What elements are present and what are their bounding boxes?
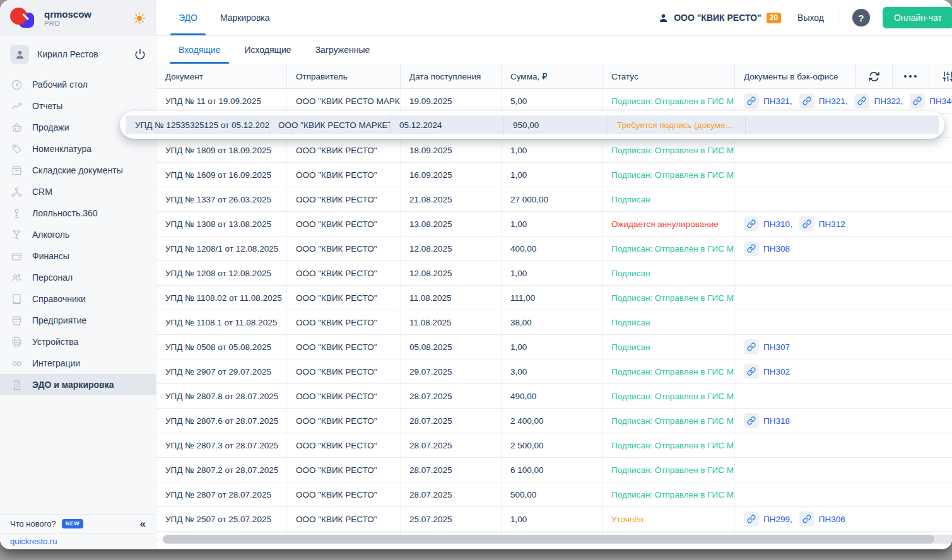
- backoffice-doc-link[interactable]: ПН321,: [799, 93, 848, 108]
- sidebar-item-nomenclature[interactable]: Номенклатура: [0, 138, 156, 160]
- backoffice-doc-link[interactable]: ПН306: [799, 511, 845, 527]
- column-header-document[interactable]: Документ: [156, 64, 287, 88]
- sidebar-item-desktop[interactable]: Рабочий стол: [0, 74, 156, 95]
- dragged-row-date: 05.12.2024: [391, 115, 504, 134]
- collapse-sidebar-icon[interactable]: «: [140, 518, 146, 530]
- cell-backoffice-docs: [735, 384, 952, 408]
- horizontal-scrollbar-thumb[interactable]: [163, 535, 934, 544]
- subtab-outgoing[interactable]: Исходящие: [244, 36, 291, 64]
- sidebar-item-enterprise[interactable]: Предприятие: [0, 310, 156, 331]
- horizontal-scrollbar: [163, 535, 952, 544]
- online-chat-button[interactable]: Онлайн-чат: [883, 7, 952, 28]
- backoffice-doc-link[interactable]: ПН322,: [854, 93, 903, 108]
- backoffice-doc-link[interactable]: ПН318: [744, 413, 790, 428]
- tab-edo[interactable]: ЭДО: [179, 0, 197, 35]
- table-row[interactable]: УПД № 1308 от 13.08.2025 ООО "КВИК РЕСТО…: [156, 212, 952, 236]
- cell-sender: ООО "КВИК РЕСТО": [287, 384, 401, 408]
- table-row[interactable]: УПД № 2807.8 от 28.07.2025 ООО "КВИК РЕС…: [156, 384, 952, 409]
- sidebar-item-warehouse-docs[interactable]: Складские документы: [0, 160, 156, 181]
- help-button[interactable]: ?: [852, 9, 870, 26]
- cell-sum: 400,00: [502, 236, 602, 260]
- tab-marking[interactable]: Маркировка: [220, 0, 270, 35]
- user-row[interactable]: Кирилл Рестов: [0, 41, 156, 67]
- backoffice-doc-link[interactable]: ПН308: [744, 241, 790, 256]
- app-title: qrmoscow: [44, 9, 91, 20]
- sidebar-item-loyalty[interactable]: Лояльность.360: [0, 202, 156, 224]
- column-header-status[interactable]: Статус: [602, 64, 735, 88]
- subtab-uploaded[interactable]: Загруженные: [315, 36, 370, 64]
- table-row[interactable]: УПД № 11 от 19.09.2025 ООО "КВИК РЕСТО М…: [156, 89, 952, 114]
- logout-power-icon[interactable]: [134, 49, 146, 60]
- sidebar-item-crm[interactable]: CRM: [0, 181, 156, 202]
- column-header-sender[interactable]: Отправитель: [287, 64, 401, 88]
- subtab-incoming[interactable]: Входящие: [179, 36, 220, 64]
- sidebar-item-label: Алкоголь: [32, 230, 69, 240]
- sidebar: qrmoscow PRO Кирилл Рестов Рабочий стол: [0, 0, 156, 549]
- whats-new-row[interactable]: Что нового? NEW «: [0, 514, 156, 533]
- backoffice-doc-label: ПН299,: [763, 515, 792, 524]
- cell-date: 11.08.2025: [401, 310, 502, 334]
- sidebar-item-label: Интеграции: [32, 358, 80, 368]
- chain-link-icon: [799, 216, 814, 231]
- table-row[interactable]: УПД № 1108.02 от 11.08.2025 ООО "КВИК РЕ…: [156, 286, 952, 310]
- table-row[interactable]: УПД № 2807.3 от 28.07.2025 ООО "КВИК РЕС…: [156, 433, 952, 458]
- backoffice-doc-link[interactable]: ПН302: [744, 364, 790, 379]
- backoffice-doc-link[interactable]: ПН321,: [744, 93, 792, 108]
- table-row[interactable]: УПД № 1208/1 от 12.08.2025 ООО "КВИК РЕС…: [156, 236, 952, 261]
- refresh-button[interactable]: [856, 64, 893, 88]
- column-header-sum[interactable]: Сумма, ₽: [502, 64, 602, 88]
- chain-link-icon: [799, 93, 814, 108]
- dragged-row-links: [746, 115, 939, 134]
- sidebar-item-edo[interactable]: ЭДО и маркировка: [0, 374, 156, 395]
- table-row[interactable]: УПД № 1809 от 18.09.2025 ООО "КВИК РЕСТО…: [156, 138, 952, 163]
- backoffice-doc-link[interactable]: ПН310,: [744, 216, 792, 231]
- cell-sum: 5,00: [502, 89, 602, 113]
- site-link[interactable]: quickresto.ru: [0, 533, 156, 549]
- cell-backoffice-docs: [735, 138, 952, 162]
- sidebar-item-references[interactable]: Справочники: [0, 288, 156, 310]
- column-settings-button[interactable]: [929, 64, 952, 88]
- backoffice-doc-link[interactable]: ПН299,: [744, 511, 792, 527]
- cell-sender: ООО "КВИК РЕСТО": [287, 482, 401, 506]
- cell-date: 28.07.2025: [401, 482, 502, 506]
- dragged-row-ghost[interactable]: УПД № 12535325125 от 05.12.2024 ООО "КВИ…: [120, 111, 944, 139]
- sidebar-item-staff[interactable]: Персонал: [0, 267, 156, 288]
- account-selector[interactable]: ООО "КВИК РЕСТО" 20: [658, 13, 781, 23]
- table-row[interactable]: УПД № 2807.6 от 28.07.2025 ООО "КВИК РЕС…: [156, 409, 952, 433]
- theme-sun-icon[interactable]: [133, 12, 146, 25]
- table-row[interactable]: УПД № 1609 от 16.09.2025 ООО "КВИК РЕСТО…: [156, 163, 952, 187]
- table-row[interactable]: УПД № 2807.2 от 28.07.2025 ООО "КВИК РЕС…: [156, 458, 952, 482]
- sidebar-item-devices[interactable]: Устройства: [0, 331, 156, 353]
- backoffice-doc-link[interactable]: ПН346,: [910, 93, 952, 108]
- table-row[interactable]: УПД № 2507 от 25.07.2025 ООО "КВИК РЕСТО…: [156, 507, 952, 532]
- table-row[interactable]: УПД № 1337 от 26.03.2025 ООО "КВИК РЕСТО…: [156, 187, 952, 212]
- backoffice-doc-link[interactable]: ПН307: [744, 339, 790, 354]
- cell-sender: ООО "КВИК РЕСТО": [287, 187, 401, 211]
- table-row[interactable]: УПД № 2907 от 29.07.2025 ООО "КВИК РЕСТО…: [156, 359, 952, 384]
- sidebar-item-label: Продажи: [32, 122, 69, 132]
- dragged-row: УПД № 12535325125 от 05.12.2024 ООО "КВИ…: [126, 115, 939, 134]
- cell-sender: ООО "КВИК РЕСТО": [287, 335, 401, 359]
- cell-sender: ООО "КВИК РЕСТО": [287, 261, 401, 285]
- cell-status: Ожидается аннулирование: [602, 212, 735, 236]
- table-row[interactable]: УПД № 0508 от 05.08.2025 ООО "КВИК РЕСТО…: [156, 335, 952, 359]
- cell-backoffice-docs: ПН318: [735, 409, 952, 433]
- column-header-date[interactable]: Дата поступления: [401, 64, 502, 88]
- sidebar-item-label: CRM: [32, 187, 52, 197]
- logout-link[interactable]: Выход: [797, 13, 824, 23]
- column-header-backoffice-docs[interactable]: Документы в бэк-офисе: [735, 64, 856, 88]
- dragged-row-sum: 950,00: [504, 115, 608, 134]
- table-row[interactable]: УПД № 1108.1 от 11.08.2025 ООО "КВИК РЕС…: [156, 310, 952, 335]
- table-row[interactable]: УПД № 2807 от 28.07.2025 ООО "КВИК РЕСТО…: [156, 482, 952, 507]
- sidebar-item-alcohol[interactable]: Алкоголь: [0, 224, 156, 245]
- more-actions-button[interactable]: [893, 64, 929, 88]
- backoffice-doc-link[interactable]: ПН312: [799, 216, 845, 231]
- cell-backoffice-docs: ПН307: [735, 335, 952, 359]
- cell-sender: ООО "КВИК РЕСТО": [287, 138, 401, 162]
- table-row[interactable]: УПД № 1208 от 12.08.2025 ООО "КВИК РЕСТО…: [156, 261, 952, 286]
- sidebar-item-integrations[interactable]: Интеграции: [0, 353, 156, 374]
- sidebar-item-finance[interactable]: Финансы: [0, 245, 156, 267]
- chain-link-icon: [744, 241, 759, 256]
- cell-status: Подписан: Отправлен в ГИС МТ: [602, 482, 735, 506]
- cell-status: Уточнён: [602, 507, 735, 531]
